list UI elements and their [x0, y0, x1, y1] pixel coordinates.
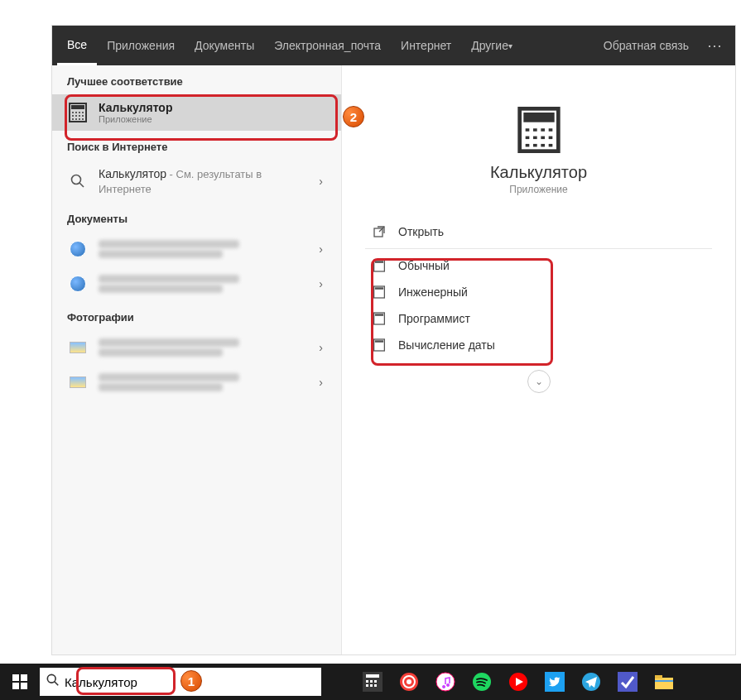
chevron-right-icon[interactable]: › [315, 341, 326, 354]
open-icon [372, 224, 387, 239]
app-name: Калькулятор [365, 163, 712, 182]
photos-header: Фотографии [52, 301, 341, 330]
svg-rect-47 [366, 674, 379, 678]
search-filter-bar: Все Приложения Документы Электронная_поч… [52, 26, 735, 65]
calculator-icon [67, 102, 89, 123]
document-item[interactable]: › [52, 266, 341, 301]
taskbar-app-calculator[interactable] [354, 664, 391, 700]
svg-line-15 [79, 183, 84, 187]
taskbar-app-twitter[interactable] [537, 664, 573, 700]
mode-date[interactable]: Вычисление даты [365, 332, 712, 358]
taskbar [0, 664, 741, 700]
open-action[interactable]: Открыть [365, 218, 712, 245]
svg-rect-17 [523, 113, 554, 122]
svg-rect-50 [374, 680, 377, 683]
mode-label: Обычный [398, 259, 450, 272]
app-type: Приложение [365, 184, 712, 195]
photo-icon [67, 372, 89, 393]
web-search-item[interactable]: Калькулятор - См. результаты в Интернете… [52, 160, 341, 203]
feedback-link[interactable]: Обратная связь [594, 26, 699, 65]
svg-rect-64 [618, 672, 638, 692]
svg-rect-43 [21, 683, 27, 689]
web-search-header: Поиск в Интернете [52, 131, 341, 160]
svg-rect-40 [12, 674, 19, 681]
chevron-right-icon[interactable]: › [315, 242, 326, 256]
taskbar-search-box[interactable] [40, 668, 321, 696]
mode-label: Программист [398, 312, 470, 325]
search-icon [67, 170, 89, 192]
documents-header: Документы [52, 203, 341, 232]
svg-rect-65 [655, 678, 673, 689]
search-input[interactable] [65, 675, 315, 689]
tab-internet[interactable]: Интернет [391, 26, 461, 65]
calculator-mode-icon [372, 311, 387, 326]
document-icon [67, 273, 89, 295]
svg-rect-42 [12, 683, 19, 689]
taskbar-app-youtube[interactable] [500, 664, 537, 700]
svg-rect-33 [375, 261, 383, 263]
tab-all[interactable]: Все [57, 26, 97, 65]
document-icon [67, 238, 89, 260]
photo-item[interactable]: › [52, 365, 341, 400]
calculator-mode-icon [372, 338, 387, 352]
open-label: Открыть [398, 225, 444, 238]
calculator-app-icon [516, 107, 562, 153]
chevron-right-icon[interactable]: › [315, 175, 326, 188]
best-match-header: Лучшее соответствие [52, 65, 341, 94]
search-results-panel: Лучшее соответствие Калькулятор Приложен… [52, 65, 342, 654]
svg-point-56 [407, 679, 411, 684]
expand-more-button[interactable]: ⌄ [527, 370, 551, 393]
svg-rect-52 [370, 684, 373, 687]
search-icon [46, 674, 60, 690]
app-preview-panel: Калькулятор Приложение Открыть Обычный И… [342, 65, 735, 654]
taskbar-app-pocketcasts[interactable] [391, 664, 427, 700]
photo-item[interactable]: › [52, 330, 341, 365]
svg-rect-53 [374, 684, 377, 687]
mode-standard[interactable]: Обычный [365, 252, 712, 279]
tab-documents[interactable]: Документы [185, 26, 264, 65]
tab-other[interactable]: Другие ▾ [461, 26, 522, 65]
web-result-title: Калькулятор [99, 167, 166, 180]
taskbar-app-telegram[interactable] [573, 664, 609, 700]
best-match-subtitle: Приложение [99, 114, 326, 124]
windows-icon [12, 674, 27, 689]
tab-email[interactable]: Электронная_почта [264, 26, 391, 65]
mode-label: Инженерный [398, 285, 468, 299]
best-match-item[interactable]: Калькулятор Приложение [52, 94, 341, 131]
svg-rect-37 [375, 314, 383, 316]
document-item[interactable]: › [52, 232, 341, 266]
svg-rect-67 [655, 680, 673, 682]
chevron-down-icon: ⌄ [535, 376, 543, 387]
taskbar-app-itunes[interactable] [427, 664, 464, 700]
calculator-mode-icon [372, 258, 387, 273]
taskbar-app-todo[interactable] [609, 664, 646, 700]
mode-programmer[interactable]: Программист [365, 305, 712, 332]
chevron-down-icon: ▾ [508, 41, 512, 50]
tab-apps[interactable]: Приложения [97, 26, 185, 65]
svg-point-14 [72, 175, 81, 185]
start-button[interactable] [0, 664, 40, 700]
svg-line-31 [379, 227, 384, 232]
svg-rect-51 [366, 684, 368, 687]
svg-point-44 [47, 674, 55, 683]
svg-rect-41 [21, 674, 27, 681]
svg-rect-35 [375, 287, 383, 290]
mode-label: Вычисление даты [398, 338, 495, 352]
photo-icon [67, 337, 89, 358]
svg-rect-1 [71, 105, 84, 109]
taskbar-app-explorer[interactable] [646, 664, 682, 700]
svg-rect-49 [370, 680, 373, 683]
svg-rect-39 [375, 340, 383, 343]
taskbar-app-spotify[interactable] [464, 664, 500, 700]
mode-scientific[interactable]: Инженерный [365, 279, 712, 305]
svg-rect-48 [366, 680, 368, 683]
chevron-right-icon[interactable]: › [315, 376, 326, 389]
best-match-title: Калькулятор [99, 101, 326, 114]
chevron-right-icon[interactable]: › [315, 277, 326, 290]
more-menu-icon[interactable]: ⋯ [699, 36, 730, 55]
calculator-mode-icon [372, 285, 387, 300]
svg-line-45 [55, 682, 58, 685]
svg-rect-66 [655, 675, 662, 678]
